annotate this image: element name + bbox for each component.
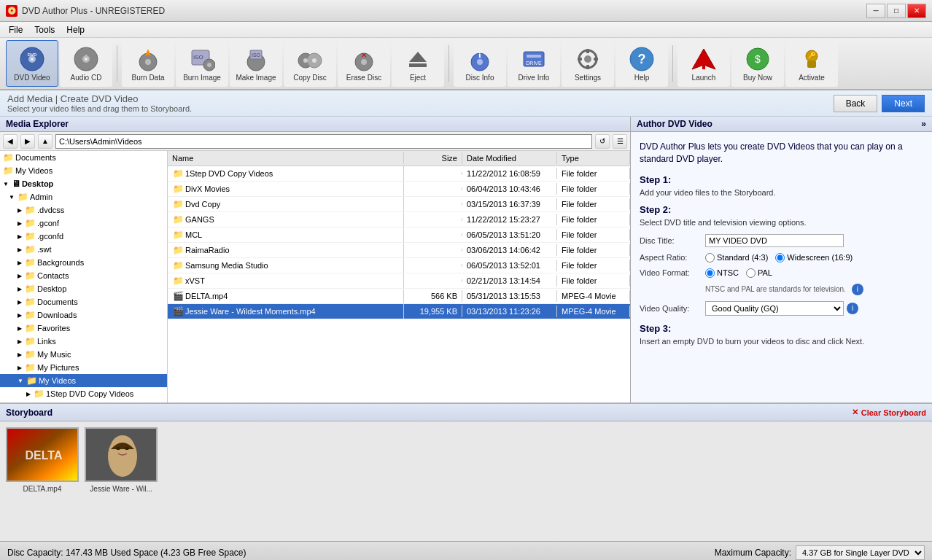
- menu-tools[interactable]: Tools: [28, 23, 61, 36]
- tool-activate[interactable]: 🔑 Activate: [785, 40, 838, 87]
- tree-item-downloads[interactable]: ▶ 📁 Downloads: [0, 308, 167, 322]
- ntsc-note: NTSC and PAL are standards for televisio…: [705, 284, 923, 295]
- menu-file[interactable]: File: [3, 23, 28, 36]
- tree-item-gconfd[interactable]: ▶ 📁 .gconfd: [0, 230, 167, 243]
- tool-eject[interactable]: Eject: [392, 40, 444, 87]
- nav-up-button[interactable]: ▲: [38, 134, 53, 149]
- storyboard-item-jessie[interactable]: Jessie Ware - Wil...: [85, 427, 158, 535]
- file-size: 566 KB: [404, 290, 462, 302]
- tool-burn-data[interactable]: Burn Data: [122, 40, 174, 87]
- file-type: File folder: [557, 214, 630, 225]
- tool-buy-now[interactable]: $ Buy Now: [731, 40, 784, 87]
- file-row[interactable]: 📁GANGS 11/22/2012 15:23:27 File folder: [168, 212, 630, 228]
- address-bar-input[interactable]: [55, 134, 592, 149]
- file-date: 03/06/2013 14:06:42: [462, 244, 557, 256]
- file-name: 📁Dvd Copy: [168, 197, 404, 211]
- storyboard-item-delta[interactable]: DELTA DELTA.mp4: [6, 427, 79, 535]
- settings-icon: [575, 46, 601, 72]
- capacity-select[interactable]: 4.37 GB for Single Layer DVD: [796, 545, 925, 560]
- header-type: Type: [557, 152, 630, 164]
- back-button[interactable]: Back: [834, 95, 878, 112]
- clear-icon: ✕: [852, 408, 858, 417]
- file-row[interactable]: 📁Dvd Copy 03/15/2013 16:37:39 File folde…: [168, 197, 630, 212]
- tree-item-backgrounds[interactable]: ▶ 📁 Backgrounds: [0, 256, 167, 269]
- tree-item-desktop2[interactable]: ▶ 📁 Desktop: [0, 282, 167, 295]
- tree-item-my-videos[interactable]: 📁 My Videos: [0, 164, 167, 177]
- tool-make-image[interactable]: ISO Make Image: [230, 40, 282, 87]
- menu-help[interactable]: Help: [61, 23, 90, 36]
- tree-item-gconf[interactable]: ▶ 📁 .gconf: [0, 217, 167, 230]
- file-row[interactable]: 📁RaimaRadio 03/06/2013 14:06:42 File fol…: [168, 243, 630, 258]
- file-date: 03/15/2013 16:37:39: [462, 198, 557, 210]
- step3-text: Insert an empty DVD to burn your videos …: [640, 337, 923, 346]
- tool-launch[interactable]: Launch: [677, 40, 730, 87]
- video-format-ntsc[interactable]: NTSC: [705, 268, 739, 278]
- author-content: DVD Author Plus lets you create DVD Vide…: [631, 132, 932, 402]
- video-quality-label: Video Quality:: [640, 304, 705, 313]
- svg-rect-26: [409, 63, 427, 67]
- tool-copy-disc[interactable]: Copy Disc: [284, 40, 336, 87]
- next-button[interactable]: Next: [882, 95, 925, 112]
- file-list[interactable]: Name Size Date Modified Type 📁1Step DVD …: [168, 151, 630, 402]
- launch-icon: [691, 46, 717, 72]
- aspect-ratio-widescreen[interactable]: Widescreen (16:9): [775, 253, 853, 262]
- tree-item-1step[interactable]: ▶ 📁 1Step DVD Copy Videos: [0, 387, 167, 400]
- tree-item-favorites[interactable]: ▶ 📁 Favorites: [0, 322, 167, 335]
- tree-item-my-pictures[interactable]: ▶ 📁 My Pictures: [0, 361, 167, 374]
- tool-disc-info-label: Disc Info: [466, 74, 494, 82]
- media-explorer-header: Media Explorer: [0, 117, 630, 132]
- file-row[interactable]: 🎬Jessie Ware - Wildest Moments.mp4 19,95…: [168, 304, 630, 319]
- file-row[interactable]: 📁xVST 02/21/2013 13:14:54 File folder: [168, 273, 630, 289]
- file-size: [404, 172, 462, 175]
- file-size: [404, 264, 462, 267]
- view-toggle-button[interactable]: ☰: [613, 134, 627, 149]
- tool-dvd-video[interactable]: DVD DVD Video: [6, 40, 58, 87]
- video-quality-select[interactable]: Good Quality (GQ) High Quality (HQ) Stan…: [705, 301, 844, 316]
- file-rows-container: 📁1Step DVD Copy Videos 11/22/2012 16:08:…: [168, 166, 630, 319]
- file-row[interactable]: 📁Samsung Media Studio 06/05/2013 13:52:0…: [168, 258, 630, 273]
- tool-settings[interactable]: Settings: [562, 40, 614, 87]
- tool-buy-now-label: Buy Now: [743, 74, 772, 82]
- nav-back-button[interactable]: ◀: [3, 134, 18, 149]
- tree-item-admin[interactable]: ▼ 📁 Admin: [0, 190, 167, 203]
- maximize-button[interactable]: □: [887, 4, 906, 18]
- copy-disc-icon: [297, 46, 323, 72]
- tool-burn-image[interactable]: ISO Burn Image: [176, 40, 228, 87]
- tree-item-contacts[interactable]: ▶ 📁 Contacts: [0, 269, 167, 282]
- disc-title-input[interactable]: [705, 234, 844, 247]
- ntsc-info-icon[interactable]: i: [852, 284, 863, 295]
- tree-item-links[interactable]: ▶ 📁 Links: [0, 335, 167, 348]
- tree-item-dvdcss[interactable]: ▶ 📁 .dvdcss: [0, 203, 167, 217]
- svg-point-54: [125, 447, 129, 450]
- expand-icon[interactable]: »: [921, 119, 926, 129]
- clear-storyboard-button[interactable]: ✕ Clear Storyboard: [852, 408, 926, 417]
- video-format-pal[interactable]: PAL: [746, 268, 772, 278]
- file-date: 02/21/2013 13:14:54: [462, 275, 557, 287]
- tree-item-my-videos2[interactable]: ▼ 📁 My Videos: [0, 374, 167, 387]
- tree-item-my-music[interactable]: ▶ 📁 My Music: [0, 348, 167, 361]
- file-type: MPEG-4 Movie: [557, 306, 630, 317]
- tool-copy-disc-label: Copy Disc: [293, 74, 327, 82]
- aspect-ratio-standard[interactable]: Standard (4:3): [705, 253, 768, 262]
- file-name: 📁DivX Movies: [168, 182, 404, 196]
- nav-forward-button[interactable]: ▶: [20, 134, 35, 149]
- tree-item-swt[interactable]: ▶ 📁 .swt: [0, 243, 167, 256]
- file-row[interactable]: 📁MCL 06/05/2013 13:51:20 File folder: [168, 228, 630, 243]
- tree-item-desktop[interactable]: ▼ 🖥 Desktop: [0, 177, 167, 190]
- tool-drive-info[interactable]: DRIVE Drive Info: [508, 40, 560, 87]
- tree-item-documents[interactable]: 📁 Documents: [0, 151, 167, 164]
- file-row[interactable]: 📁DivX Movies 06/04/2013 10:43:46 File fo…: [168, 182, 630, 197]
- file-row[interactable]: 🎬DELTA.mp4 566 KB 05/31/2013 13:15:53 MP…: [168, 289, 630, 304]
- file-row[interactable]: 📁1Step DVD Copy Videos 11/22/2012 16:08:…: [168, 166, 630, 182]
- tool-disc-info[interactable]: ℹ Disc Info: [454, 40, 506, 87]
- refresh-button[interactable]: ↺: [595, 134, 610, 149]
- tool-erase-disc[interactable]: ✕ Erase Disc: [338, 40, 390, 87]
- folder-tree[interactable]: 📁 Documents 📁 My Videos ▼ 🖥 Desktop ▼ 📁 …: [0, 151, 168, 402]
- tool-help[interactable]: ? Help: [615, 40, 668, 87]
- minimize-button[interactable]: ─: [866, 4, 885, 18]
- close-button[interactable]: ✕: [907, 4, 926, 18]
- quality-info-icon[interactable]: i: [847, 303, 858, 314]
- window-controls[interactable]: ─ □ ✕: [866, 4, 926, 18]
- tool-audio-cd[interactable]: ♪ Audio CD: [60, 40, 112, 87]
- tree-item-documents2[interactable]: ▶ 📁 Documents: [0, 295, 167, 308]
